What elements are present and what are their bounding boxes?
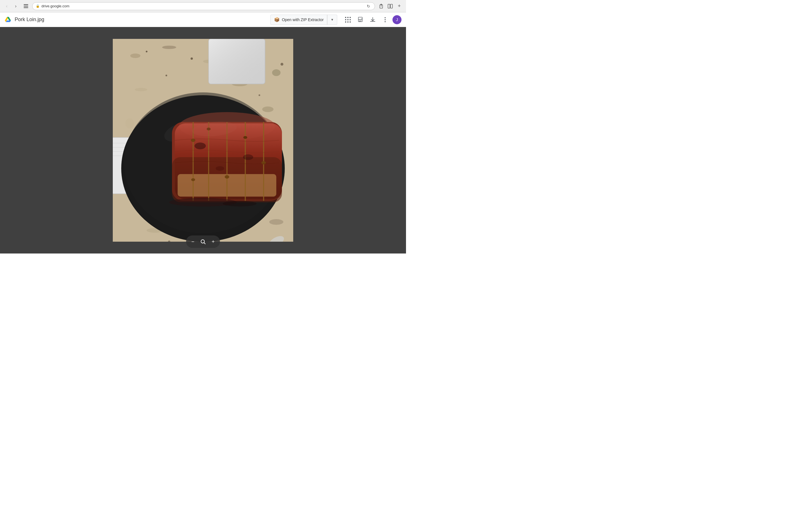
svg-point-42 <box>281 63 283 66</box>
svg-point-24 <box>385 19 386 20</box>
svg-point-74 <box>191 178 195 181</box>
zip-icon: 📦 <box>274 17 280 22</box>
svg-rect-1 <box>24 6 28 6</box>
zoom-in-button[interactable]: + <box>209 237 218 246</box>
svg-rect-16 <box>347 21 349 22</box>
lock-icon: 🔒 <box>36 4 40 8</box>
print-button[interactable] <box>355 15 365 25</box>
svg-point-28 <box>162 46 176 49</box>
reader-view-button[interactable] <box>386 2 394 10</box>
url-text: drive.google.com <box>42 4 364 8</box>
svg-point-36 <box>269 219 283 225</box>
svg-point-32 <box>135 88 147 91</box>
svg-point-25 <box>385 21 386 22</box>
svg-point-76 <box>225 175 229 179</box>
food-image <box>113 39 293 242</box>
svg-rect-13 <box>347 19 349 20</box>
share-button[interactable] <box>377 2 385 10</box>
svg-rect-5 <box>391 4 393 8</box>
svg-point-35 <box>125 118 134 128</box>
svg-point-40 <box>191 57 193 60</box>
svg-point-79 <box>195 143 206 149</box>
svg-rect-17 <box>350 21 351 22</box>
forward-button[interactable]: › <box>12 2 20 10</box>
svg-marker-8 <box>6 20 11 22</box>
svg-rect-21 <box>359 21 361 22</box>
address-bar[interactable]: 🔒 drive.google.com ↻ <box>32 2 375 10</box>
svg-rect-12 <box>345 19 346 20</box>
svg-point-34 <box>262 107 273 112</box>
browser-actions: + <box>377 2 403 10</box>
drive-logo <box>4 17 11 22</box>
header-icons: J <box>343 15 402 25</box>
content-area: − + <box>0 27 406 253</box>
download-button[interactable] <box>368 15 378 25</box>
open-with-button[interactable]: 📦 Open with ZIP Extractor <box>270 15 327 25</box>
svg-point-23 <box>385 17 386 18</box>
open-with-label: Open with ZIP Extractor <box>282 17 324 22</box>
svg-rect-52 <box>209 39 265 84</box>
svg-rect-10 <box>347 17 349 18</box>
browser-chrome: ‹ › 🔒 drive.google.com ↻ + <box>0 0 406 12</box>
svg-rect-2 <box>24 7 28 8</box>
user-avatar[interactable]: J <box>393 15 402 24</box>
svg-rect-20 <box>359 20 362 21</box>
open-with-dropdown-button[interactable]: ▾ <box>327 15 337 25</box>
drive-header: Pork Loin.jpg 📦 Open with ZIP Extractor … <box>0 12 406 27</box>
nav-buttons: ‹ › <box>3 2 20 10</box>
svg-rect-0 <box>24 4 28 5</box>
more-options-button[interactable] <box>380 15 390 25</box>
svg-rect-14 <box>350 19 351 20</box>
zoom-controls: − + <box>186 235 220 248</box>
new-tab-button[interactable]: + <box>395 2 403 10</box>
svg-rect-4 <box>388 4 390 8</box>
svg-rect-22 <box>361 18 362 19</box>
svg-line-87 <box>204 243 205 244</box>
svg-point-80 <box>243 154 253 160</box>
svg-point-77 <box>243 136 247 139</box>
dropdown-chevron-icon: ▾ <box>331 17 333 22</box>
svg-rect-9 <box>345 17 346 18</box>
svg-point-81 <box>216 166 224 171</box>
google-apps-button[interactable] <box>343 15 353 25</box>
reload-button[interactable]: ↻ <box>366 3 371 9</box>
file-name: Pork Loin.jpg <box>15 17 44 22</box>
svg-point-43 <box>165 75 167 76</box>
svg-point-39 <box>146 51 147 52</box>
zoom-reset-button[interactable] <box>199 237 207 246</box>
svg-point-45 <box>259 94 260 96</box>
zoom-out-button[interactable]: − <box>188 237 197 246</box>
sidebar-button[interactable] <box>22 2 30 10</box>
svg-point-27 <box>130 54 140 58</box>
svg-point-83 <box>223 201 257 207</box>
svg-rect-15 <box>345 21 346 22</box>
svg-point-31 <box>272 69 281 76</box>
image-container <box>113 39 293 242</box>
svg-rect-11 <box>350 17 351 18</box>
open-with-container: 📦 Open with ZIP Extractor ▾ <box>270 15 337 25</box>
google-drive-icon <box>4 17 11 22</box>
svg-point-86 <box>201 240 204 243</box>
back-button[interactable]: ‹ <box>3 2 11 10</box>
